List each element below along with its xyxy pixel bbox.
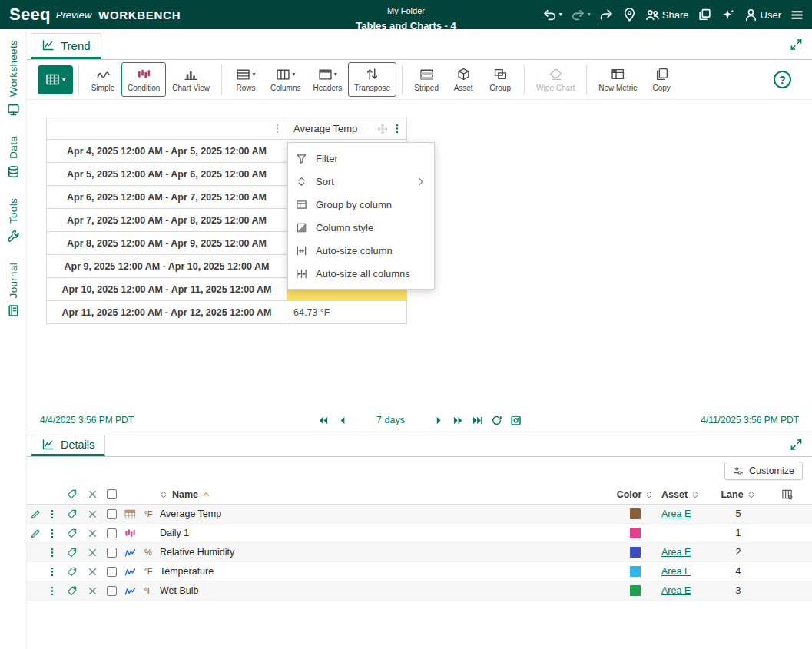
item-checkbox[interactable] <box>102 528 121 538</box>
help-button[interactable]: ? <box>774 71 791 88</box>
pan-back-full-button[interactable] <box>317 415 329 426</box>
item-menu-button[interactable] <box>44 508 61 520</box>
auto-update-button[interactable] <box>510 415 522 426</box>
color-swatch[interactable] <box>630 566 641 577</box>
toolbar-button-new-metric[interactable]: New Metric <box>592 62 643 97</box>
range-start-timestamp[interactable]: 4/4/2025 3:56 PM PDT <box>40 415 134 425</box>
toolbar-button-group[interactable]: Group <box>482 62 519 97</box>
color-swatch[interactable] <box>630 528 641 538</box>
seeq-logo[interactable]: Seeq <box>9 5 51 25</box>
asset-column-header[interactable]: Asset <box>657 489 714 500</box>
main-menu-button[interactable] <box>790 8 804 22</box>
row-column-menu-icon[interactable] <box>272 123 283 134</box>
column-menu-icon[interactable] <box>392 123 403 134</box>
menu-item-filter[interactable]: Filter <box>288 147 434 170</box>
menu-item-auto-size-column[interactable]: Auto-size column <box>288 239 434 262</box>
item-checkbox[interactable] <box>102 567 121 577</box>
color-swatch[interactable] <box>630 547 641 558</box>
item-checkbox[interactable] <box>102 548 121 558</box>
menu-item-sort[interactable]: Sort <box>288 170 434 193</box>
toolbar-button-copy[interactable]: Copy <box>643 62 680 97</box>
forward-arrow-button[interactable] <box>599 8 614 22</box>
refresh-button[interactable] <box>491 415 502 426</box>
menu-item-auto-size-all-columns[interactable]: Auto-size all columns <box>288 262 434 285</box>
ai-assistant-button[interactable] <box>721 8 735 22</box>
lane-column-header[interactable]: Lane <box>714 489 762 500</box>
toolbar-button-columns[interactable]: ▾ Columns <box>264 62 307 97</box>
name-column-header[interactable]: Name <box>172 489 198 500</box>
range-end-timestamp[interactable]: 4/11/2025 3:56 PM PDT <box>701 415 799 425</box>
tag-item-button[interactable] <box>61 585 82 597</box>
item-menu-button[interactable] <box>44 547 61 558</box>
remove-item-button[interactable] <box>82 585 102 597</box>
remove-item-button[interactable] <box>82 528 102 539</box>
item-name[interactable]: Temperature <box>157 566 614 577</box>
asset-link[interactable]: Area E <box>657 547 714 558</box>
item-name[interactable]: Wet Bulb <box>157 585 614 596</box>
share-button[interactable]: Share <box>645 8 689 22</box>
windows-button[interactable] <box>698 8 712 22</box>
toolbar-button-headers[interactable]: ▾ Headers <box>307 62 348 97</box>
customize-button[interactable]: Customize <box>724 462 803 480</box>
sidebar-item-tools[interactable]: Tools <box>7 198 20 243</box>
name-sort-icon[interactable] <box>159 490 168 499</box>
tag-all-button[interactable] <box>61 488 82 500</box>
new-metric-icon <box>611 68 625 81</box>
sidebar-item-worksheets[interactable]: Worksheets <box>7 40 20 116</box>
remove-item-button[interactable] <box>82 547 102 558</box>
remove-all-button[interactable] <box>82 488 102 500</box>
item-checkbox[interactable] <box>102 509 121 519</box>
location-pin-button[interactable] <box>622 8 637 22</box>
remove-item-button[interactable] <box>82 566 102 578</box>
column-header-cell[interactable]: Average Temp <box>287 118 407 140</box>
edit-item-button[interactable] <box>27 508 44 520</box>
asset-link[interactable]: Area E <box>657 585 714 596</box>
menu-item-column-style[interactable]: Column style <box>288 216 434 239</box>
user-menu-button[interactable]: User <box>744 8 781 22</box>
tag-item-button[interactable] <box>61 528 82 539</box>
item-name[interactable]: Average Temp <box>157 508 614 519</box>
tab-details[interactable]: Details <box>31 435 105 456</box>
tag-item-button[interactable] <box>61 547 82 558</box>
details-expand-button[interactable] <box>790 438 803 451</box>
toolbar-button-asset[interactable]: Asset <box>445 62 482 97</box>
item-menu-button[interactable] <box>44 585 61 597</box>
step-to-now-button[interactable] <box>472 415 483 426</box>
toolbar-button-simple[interactable]: Simple <box>85 62 121 97</box>
undo-button[interactable]: ▾ <box>542 8 562 22</box>
tag-item-button[interactable] <box>61 566 82 578</box>
item-name[interactable]: Relative Humidity <box>157 547 614 558</box>
pan-forward-button[interactable] <box>433 415 445 426</box>
toolbar-button-chart-view[interactable]: Chart View <box>166 62 216 97</box>
asset-link[interactable]: Area E <box>657 508 714 519</box>
tag-item-button[interactable] <box>61 508 82 520</box>
color-swatch[interactable] <box>630 508 641 519</box>
trend-expand-button[interactable] <box>790 38 803 51</box>
pan-back-button[interactable] <box>336 415 348 426</box>
color-swatch[interactable] <box>630 585 641 596</box>
table-view-select-button[interactable]: ▾ <box>38 65 73 94</box>
pan-forward-full-button[interactable] <box>452 415 464 426</box>
breadcrumb[interactable]: My Folder <box>387 6 425 17</box>
color-column-header[interactable]: Color <box>614 489 657 500</box>
remove-item-button[interactable] <box>82 508 102 520</box>
column-settings-button[interactable] <box>762 488 812 500</box>
item-checkbox[interactable] <box>102 586 121 596</box>
toolbar-button-striped[interactable]: Striped <box>408 62 445 97</box>
toolbar-button-rows[interactable]: ▾ Rows <box>227 62 264 97</box>
select-all-checkbox[interactable] <box>102 489 121 499</box>
duration-label[interactable]: 7 days <box>376 415 405 425</box>
redo-button[interactable]: ▾ <box>571 8 591 22</box>
asset-link[interactable]: Area E <box>657 566 714 577</box>
sidebar-item-data[interactable]: Data <box>7 136 20 178</box>
item-name[interactable]: Daily 1 <box>157 528 614 538</box>
edit-item-button[interactable] <box>27 528 44 539</box>
sidebar-item-journal[interactable]: Journal <box>7 263 20 317</box>
toolbar-button-transpose[interactable]: Transpose <box>348 62 396 97</box>
item-menu-button[interactable] <box>44 566 61 578</box>
tab-trend[interactable]: Trend <box>31 33 101 59</box>
column-drag-handle-icon[interactable] <box>377 124 388 134</box>
toolbar-button-condition[interactable]: Condition <box>121 62 166 97</box>
item-menu-button[interactable] <box>44 528 61 539</box>
menu-item-group-by-column[interactable]: Group by column <box>288 193 434 216</box>
